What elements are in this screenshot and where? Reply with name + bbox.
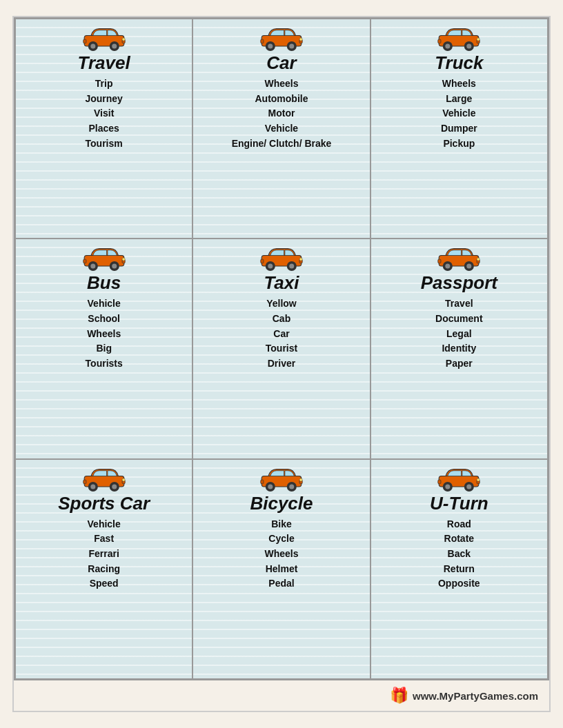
card-word: Opposite <box>438 576 480 592</box>
car-icon <box>82 25 126 51</box>
card-word: Pedal <box>268 576 294 592</box>
card-truck: TruckWheelsLargeVehicleDumperPickup <box>371 19 548 239</box>
card-word: Helmet <box>266 562 298 577</box>
car-icon <box>259 245 304 271</box>
footer-url: www.MyPartyGames.com <box>413 690 538 702</box>
svg-point-71 <box>477 478 480 481</box>
svg-point-52 <box>112 484 117 489</box>
card-word: Places <box>88 121 119 136</box>
card-words: WheelsLargeVehicleDumperPickup <box>441 77 477 151</box>
svg-point-15 <box>299 38 302 41</box>
card-word: Vehicle <box>88 296 121 312</box>
card-word: Cab <box>273 312 290 327</box>
card-words: BikeCycleWheelsHelmetPedal <box>264 517 298 592</box>
svg-rect-61 <box>261 480 264 484</box>
svg-rect-37 <box>261 259 264 263</box>
svg-point-42 <box>446 264 451 269</box>
card-word: Cycle <box>268 532 294 547</box>
card-word: Document <box>435 312 482 327</box>
svg-rect-21 <box>438 39 441 43</box>
card-bicycle: BicycleBikeCycleWheelsHelmetPedal <box>192 459 370 679</box>
card-word: Ferrari <box>88 547 119 562</box>
svg-point-18 <box>446 43 451 48</box>
car-icon <box>259 465 304 492</box>
card-word: Vehicle <box>442 106 475 121</box>
card-words: WheelsAutomobileMotorVehicleEngine/ Clut… <box>232 77 332 151</box>
card-word: Large <box>446 92 472 107</box>
card-words: VehicleFastFerrariRacingSpeed <box>88 517 121 592</box>
svg-point-2 <box>90 43 95 48</box>
car-icon <box>437 25 481 51</box>
card-word: Big <box>96 341 112 356</box>
card-word: Wheels <box>264 77 298 92</box>
card-taxi: TaxiYellowCabCarTouristDriver <box>192 239 370 458</box>
svg-point-23 <box>477 38 480 41</box>
card-u-turn: U-TurnRoadRotateBackReturnOpposite <box>371 459 548 679</box>
card-word: Wheels <box>264 547 298 562</box>
card-word: Engine/ Clutch/ Brake <box>232 136 332 152</box>
card-word: Racing <box>88 562 120 577</box>
card-word: Rotate <box>444 532 475 547</box>
card-word: Speed <box>90 576 119 592</box>
card-title: U-Turn <box>430 493 488 514</box>
card-word: Return <box>444 562 475 577</box>
footer: 🎁 www.MyPartyGames.com <box>14 680 549 711</box>
card-words: VehicleSchoolWheelsBigTourists <box>86 296 123 371</box>
card-passport: PassportTravelDocumentLegalIdentityPaper <box>371 239 548 458</box>
card-word: Travel <box>445 296 473 312</box>
card-words: TripJourneyVisitPlacesTourism <box>85 77 122 151</box>
card-word: Road <box>447 517 471 532</box>
svg-point-55 <box>122 478 125 481</box>
svg-point-34 <box>268 264 273 269</box>
card-word: Dumper <box>441 121 477 136</box>
car-icon <box>82 245 126 271</box>
card-travel: TravelTripJourneyVisitPlacesTourism <box>15 19 192 239</box>
svg-point-60 <box>289 484 294 489</box>
card-word: Motor <box>268 106 295 121</box>
svg-point-4 <box>112 43 117 48</box>
card-word: Legal <box>446 327 472 342</box>
svg-point-26 <box>90 264 95 269</box>
card-word: Wheels <box>442 77 476 92</box>
card-word: Tourists <box>86 356 123 372</box>
card-car: CarWheelsAutomobileMotorVehicleEngine/ C… <box>192 19 370 239</box>
card-words: RoadRotateBackReturnOpposite <box>438 517 480 592</box>
card-title: Taxi <box>264 272 299 294</box>
car-icon <box>259 25 304 51</box>
gift-icon: 🎁 <box>390 687 408 705</box>
card-sports-car: Sports CarVehicleFastFerrariRacingSpeed <box>15 459 192 679</box>
card-word: Identity <box>442 341 476 356</box>
card-word: Visit <box>94 106 114 121</box>
card-title: Bicycle <box>250 493 313 514</box>
card-word: Vehicle <box>265 121 298 136</box>
svg-point-12 <box>289 43 294 48</box>
card-word: Yellow <box>266 296 297 312</box>
svg-point-39 <box>299 258 302 261</box>
svg-point-10 <box>268 43 273 48</box>
svg-point-7 <box>122 38 125 41</box>
car-icon <box>437 245 481 271</box>
card-title: Car <box>266 52 296 74</box>
svg-rect-45 <box>438 259 441 263</box>
card-word: Fast <box>94 532 114 547</box>
card-word: Tourism <box>86 136 123 152</box>
car-icon <box>82 465 126 492</box>
svg-rect-69 <box>438 480 441 484</box>
card-word: Driver <box>268 356 295 372</box>
card-word: Bike <box>271 517 292 532</box>
card-word: Trip <box>95 77 113 92</box>
card-word: Journey <box>85 92 122 107</box>
card-word: Back <box>448 547 471 562</box>
card-word: Tourist <box>266 341 297 356</box>
svg-point-58 <box>268 484 273 489</box>
card-words: YellowCabCarTouristDriver <box>266 296 297 371</box>
svg-point-66 <box>446 484 451 489</box>
car-icon <box>437 465 481 492</box>
svg-point-50 <box>90 484 95 489</box>
footer-badge: 🎁 www.MyPartyGames.com <box>390 687 538 705</box>
svg-point-44 <box>467 264 472 269</box>
svg-point-28 <box>112 264 117 269</box>
card-word: Car <box>273 327 289 342</box>
svg-rect-53 <box>83 480 86 484</box>
card-bus: BusVehicleSchoolWheelsBigTourists <box>15 239 192 458</box>
